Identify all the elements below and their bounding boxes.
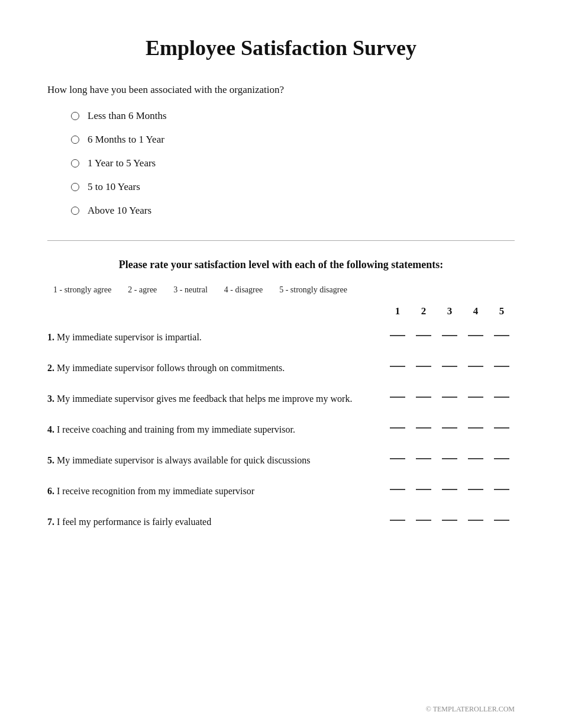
score-line[interactable] <box>416 335 431 336</box>
option-item: 6 Months to 1 Year <box>71 134 515 146</box>
statement-scores <box>385 361 515 367</box>
statement-text: 4. I receive coaching and training from … <box>47 423 385 437</box>
legend-item: 3 - neutral <box>173 285 208 295</box>
score-line[interactable] <box>494 458 509 459</box>
score-line[interactable] <box>494 366 509 367</box>
question-label: How long have you been associated with t… <box>47 84 515 96</box>
legend-item: 5 - strongly disagree <box>279 285 347 295</box>
statement-number: 5. <box>47 455 57 465</box>
option-item: 5 to 10 Years <box>71 181 515 193</box>
statement-row: 5. My immediate supervisor is always ava… <box>47 453 515 468</box>
score-line[interactable] <box>442 335 457 336</box>
scale-numbers: 12345 <box>385 305 515 317</box>
page-title: Employee Satisfaction Survey <box>47 36 515 60</box>
score-line[interactable] <box>468 427 483 429</box>
radio-circle-icon[interactable] <box>71 136 79 144</box>
statement-scores <box>385 484 515 490</box>
section-heading: Please rate your satisfaction level with… <box>47 259 515 271</box>
score-line[interactable] <box>468 366 483 367</box>
statement-row: 3. My immediate supervisor gives me feed… <box>47 392 515 406</box>
legend-item: 1 - strongly agree <box>53 285 111 295</box>
score-line[interactable] <box>416 458 431 459</box>
scale-number: 1 <box>390 305 405 317</box>
statement-number: 4. <box>47 424 57 434</box>
statement-row: 1. My immediate supervisor is impartial. <box>47 330 515 344</box>
option-item: Above 10 Years <box>71 205 515 217</box>
scale-number: 2 <box>416 305 431 317</box>
score-line[interactable] <box>494 397 509 398</box>
statement-number: 3. <box>47 394 57 404</box>
statement-row: 6. I receive recognition from my immedia… <box>47 484 515 498</box>
score-line[interactable] <box>416 397 431 398</box>
statement-number: 6. <box>47 486 57 496</box>
divider <box>47 240 515 241</box>
score-line[interactable] <box>468 489 483 490</box>
statement-row: 7. I feel my performance is fairly evalu… <box>47 515 515 529</box>
statement-scores <box>385 330 515 336</box>
legend-item: 4 - disagree <box>224 285 263 295</box>
score-line[interactable] <box>468 335 483 336</box>
score-line[interactable] <box>390 489 405 490</box>
statement-text: 7. I feel my performance is fairly evalu… <box>47 515 385 529</box>
score-line[interactable] <box>390 427 405 429</box>
score-line[interactable] <box>442 489 457 490</box>
radio-circle-icon[interactable] <box>71 159 79 167</box>
score-line[interactable] <box>390 397 405 398</box>
option-item: 1 Year to 5 Years <box>71 157 515 169</box>
radio-circle-icon[interactable] <box>71 207 79 215</box>
score-line[interactable] <box>494 489 509 490</box>
scale-number: 5 <box>494 305 509 317</box>
statement-text: 6. I receive recognition from my immedia… <box>47 484 385 498</box>
score-line[interactable] <box>416 489 431 490</box>
score-line[interactable] <box>442 366 457 367</box>
statement-number: 7. <box>47 517 57 527</box>
scale-legend: 1 - strongly agree2 - agree3 - neutral4 … <box>47 285 515 295</box>
statement-scores <box>385 515 515 521</box>
statement-scores <box>385 423 515 429</box>
score-line[interactable] <box>494 520 509 521</box>
legend-item: 2 - agree <box>128 285 157 295</box>
score-line[interactable] <box>468 520 483 521</box>
statement-number: 2. <box>47 363 57 373</box>
statement-row: 4. I receive coaching and training from … <box>47 423 515 437</box>
score-line[interactable] <box>442 427 457 429</box>
score-line[interactable] <box>442 458 457 459</box>
statement-text: 5. My immediate supervisor is always ava… <box>47 453 385 468</box>
statement-scores <box>385 453 515 459</box>
statement-text: 1. My immediate supervisor is impartial. <box>47 330 385 344</box>
score-line[interactable] <box>416 427 431 429</box>
scale-number: 4 <box>468 305 483 317</box>
score-line[interactable] <box>390 335 405 336</box>
radio-circle-icon[interactable] <box>71 112 79 120</box>
statement-text: 2. My immediate supervisor follows throu… <box>47 361 385 375</box>
rating-header-row: 12345 <box>47 305 515 324</box>
radio-circle-icon[interactable] <box>71 183 79 191</box>
options-list: Less than 6 Months6 Months to 1 Year1 Ye… <box>47 110 515 217</box>
statements-section: 1. My immediate supervisor is impartial.… <box>47 330 515 529</box>
score-line[interactable] <box>390 458 405 459</box>
statement-text: 3. My immediate supervisor gives me feed… <box>47 392 385 406</box>
score-line[interactable] <box>416 520 431 521</box>
score-line[interactable] <box>390 366 405 367</box>
footer: © TEMPLATEROLLER.COM <box>426 705 515 714</box>
score-line[interactable] <box>468 397 483 398</box>
statement-scores <box>385 392 515 398</box>
option-item: Less than 6 Months <box>71 110 515 122</box>
scale-number: 3 <box>442 305 457 317</box>
score-line[interactable] <box>442 397 457 398</box>
score-line[interactable] <box>494 335 509 336</box>
score-line[interactable] <box>468 458 483 459</box>
score-line[interactable] <box>416 366 431 367</box>
score-line[interactable] <box>494 427 509 429</box>
statement-number: 1. <box>47 332 57 342</box>
score-line[interactable] <box>390 520 405 521</box>
score-line[interactable] <box>442 520 457 521</box>
statement-row: 2. My immediate supervisor follows throu… <box>47 361 515 375</box>
